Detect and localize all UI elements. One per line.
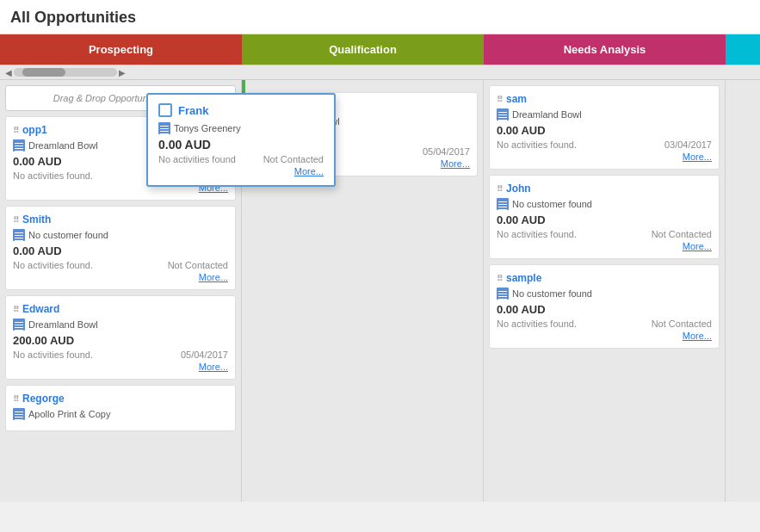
opp-amount-sample: 0.00 AUD [497, 303, 712, 316]
more-link-smith[interactable]: More... [13, 272, 228, 282]
more-link-edward[interactable]: More... [13, 362, 228, 372]
scroll-right-arrow[interactable]: ▶ [117, 68, 127, 77]
building-icon [158, 122, 170, 134]
drag-handle-regorge[interactable]: ⠿ [13, 394, 19, 404]
drag-handle-smith[interactable]: ⠿ [13, 215, 19, 225]
building-icon [497, 108, 509, 121]
drag-popup: Frank Tonys Greenery 0.00 AUD No activit… [146, 93, 336, 187]
scrollbar-row: ◀ ▶ [0, 65, 760, 80]
drag-popup-footer: No activities found Not Contacted [158, 154, 324, 164]
opp-amount-john: 0.00 AUD [497, 213, 712, 226]
drag-popup-icon [158, 103, 172, 117]
opp-company-smith: No customer found [13, 229, 228, 241]
opp-amount-edward: 200.00 AUD [13, 334, 228, 347]
opp-title-sample[interactable]: ⠿ sample [497, 272, 712, 284]
opp-title-smith[interactable]: ⠿ Smith [13, 213, 228, 226]
opp-amount-smith: 0.00 AUD [13, 244, 228, 257]
opp-footer-edward: No activities found. 05/04/2017 [13, 350, 228, 360]
drag-popup-amount: 0.00 AUD [158, 138, 324, 152]
scroll-left-arrow[interactable]: ◀ [3, 68, 14, 77]
col-header-needs-analysis[interactable]: Needs Analysis [484, 34, 726, 65]
drag-handle-edward[interactable]: ⠿ [13, 305, 19, 314]
opp-title-john[interactable]: ⠿ John [497, 182, 712, 195]
table-row: ⠿ Edward Dreamland Bowl 200.00 AUD No ac… [5, 295, 236, 380]
col-needs-analysis: ⠿ sam Dreamland Bowl 0.00 AUD No activit… [484, 80, 726, 502]
page-title: All Opportunities [0, 0, 760, 34]
more-link-sample[interactable]: More... [497, 331, 712, 341]
table-row: ⠿ sam Dreamland Bowl 0.00 AUD No activit… [489, 85, 720, 170]
drag-popup-company: Tonys Greenery [158, 122, 324, 134]
col-header-prospecting[interactable]: Prospecting [0, 34, 242, 65]
opp-footer-sample: No activities found. Not Contacted [497, 319, 712, 329]
col-header-qualification[interactable]: Qualification [242, 34, 484, 65]
opp-title-edward[interactable]: ⠿ Edward [13, 303, 228, 315]
building-icon [13, 139, 25, 152]
col-header-extra[interactable] [726, 34, 760, 65]
opp-footer-sam: No activities found. 03/04/2017 [497, 139, 712, 150]
table-row: ⠿ John No customer found 0.00 AUD No act… [489, 175, 720, 259]
more-link-john[interactable]: More... [497, 241, 712, 251]
building-icon [13, 319, 25, 331]
drag-popup-title: Frank [158, 103, 324, 117]
status-sample: Not Contacted [652, 319, 712, 329]
opp-footer-smith: No activities found. Not Contacted [13, 260, 228, 270]
building-icon [497, 198, 509, 210]
status-smith: Not Contacted [168, 260, 228, 270]
building-icon [497, 288, 509, 300]
kanban-header: Prospecting Qualification Needs Analysis [0, 34, 760, 65]
drag-handle-sample[interactable]: ⠿ [497, 274, 503, 283]
kanban-body: Drag & Drop Opportunities Here ⠿ opp1 Dr… [0, 80, 760, 502]
opp-title-sam[interactable]: ⠿ sam [497, 93, 712, 105]
opp-company-sample: No customer found [497, 288, 712, 300]
opp-footer-john: No activities found. Not Contacted [497, 229, 712, 239]
drag-popup-status: Not Contacted [263, 154, 324, 164]
scrollbar-track[interactable] [14, 68, 117, 77]
more-link-sam[interactable]: More... [497, 152, 712, 162]
table-row: ⠿ sample No customer found 0.00 AUD No a… [489, 264, 720, 349]
opp-company-sam: Dreamland Bowl [497, 108, 712, 121]
opp-company-edward: Dreamland Bowl [13, 319, 228, 331]
opp-amount-sam: 0.00 AUD [497, 124, 712, 137]
building-icon [13, 408, 25, 420]
scrollbar-thumb [22, 68, 65, 77]
drag-handle-sam[interactable]: ⠿ [497, 95, 503, 104]
drag-handle-opp1[interactable]: ⠿ [13, 126, 19, 135]
building-icon [13, 229, 25, 241]
drag-popup-more[interactable]: More... [158, 166, 324, 176]
table-row: ⠿ Regorge Apollo Print & Copy [5, 385, 236, 431]
opp-company-regorge: Apollo Print & Copy [13, 408, 228, 420]
drag-handle-john[interactable]: ⠿ [497, 184, 503, 194]
col-extra [726, 80, 760, 502]
opp-title-regorge[interactable]: ⠿ Regorge [13, 393, 228, 405]
opp-company-john: No customer found [497, 198, 712, 210]
status-john: Not Contacted [652, 229, 712, 239]
table-row: ⠿ Smith No customer found 0.00 AUD No ac… [5, 206, 236, 290]
